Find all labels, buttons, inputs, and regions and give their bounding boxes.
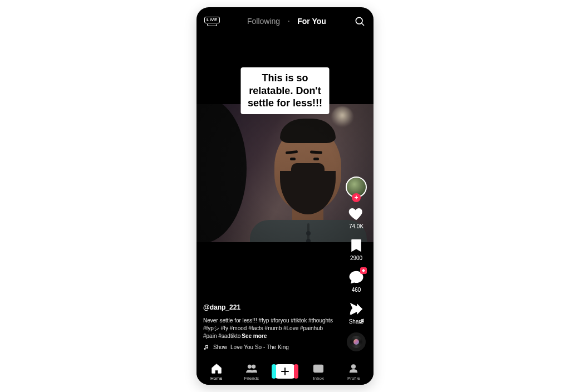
- heart-icon: [348, 205, 365, 222]
- nav-inbox-label: Inbox: [313, 376, 324, 381]
- top-bar: LIVE Following · For You: [196, 13, 374, 30]
- caption-overlay: This is so relatable. Don't settle for l…: [241, 67, 330, 114]
- bookmark-button[interactable]: 2900: [348, 237, 365, 261]
- profile-icon: [347, 362, 360, 375]
- nav-profile-label: Profile: [347, 376, 360, 381]
- comment-icon: [348, 269, 365, 286]
- video-description[interactable]: Never settle for less!!! #fyp #foryou #t…: [203, 317, 333, 339]
- sound-disc[interactable]: [347, 332, 366, 351]
- phone-frame: LIVE Following · For You This is so rela…: [196, 7, 374, 385]
- live-icon: LIVE: [204, 17, 220, 23]
- music-icon: [203, 344, 210, 351]
- follow-button[interactable]: +: [352, 193, 361, 202]
- feed-tabs: Following · For You: [247, 17, 326, 26]
- svg-point-2: [248, 365, 251, 368]
- nav-friends[interactable]: Friends: [237, 362, 267, 381]
- nav-inbox[interactable]: Inbox: [303, 362, 333, 381]
- create-icon: [274, 364, 296, 379]
- share-button[interactable]: Share: [348, 301, 365, 325]
- nav-profile[interactable]: Profile: [338, 362, 368, 381]
- bookmark-icon: [348, 237, 365, 254]
- svg-point-3: [252, 365, 255, 368]
- friends-icon: [245, 362, 258, 375]
- bookmark-count: 2900: [350, 255, 362, 261]
- author-avatar[interactable]: +: [346, 177, 367, 198]
- tab-following[interactable]: Following: [247, 17, 280, 26]
- video-meta: @danp_221 Never settle for less!!! #fyp …: [203, 303, 338, 351]
- svg-point-5: [352, 365, 355, 368]
- home-icon: [210, 362, 223, 375]
- like-count: 74.0K: [349, 223, 363, 229]
- nav-create[interactable]: [272, 364, 298, 379]
- sound-title: Love You So - The King: [230, 344, 289, 351]
- nav-home-label: Home: [210, 376, 222, 381]
- svg-rect-4: [314, 365, 323, 372]
- comment-button[interactable]: 460: [348, 269, 365, 293]
- svg-line-1: [361, 23, 363, 26]
- see-more-button[interactable]: See more: [242, 333, 267, 339]
- nav-friends-label: Friends: [244, 376, 259, 381]
- tab-for-you[interactable]: For You: [297, 17, 326, 26]
- inbox-icon: [312, 362, 325, 375]
- action-rail: + 74.0K 2900 460: [343, 177, 369, 351]
- sound-row[interactable]: Show Love You So - The King: [203, 344, 338, 351]
- comment-count: 460: [352, 287, 361, 293]
- share-icon: [348, 301, 365, 317]
- bottom-nav: Home Friends Inbox Profi: [196, 358, 374, 385]
- like-button[interactable]: 74.0K: [348, 205, 365, 229]
- search-button[interactable]: [353, 15, 366, 27]
- sound-prefix: Show: [213, 344, 227, 351]
- search-icon: [354, 16, 365, 27]
- author-username[interactable]: @danp_221: [203, 303, 338, 312]
- share-label: Share: [349, 318, 364, 325]
- comment-badge-icon: [360, 267, 367, 274]
- live-button[interactable]: LIVE: [204, 17, 220, 26]
- nav-home[interactable]: Home: [202, 362, 232, 381]
